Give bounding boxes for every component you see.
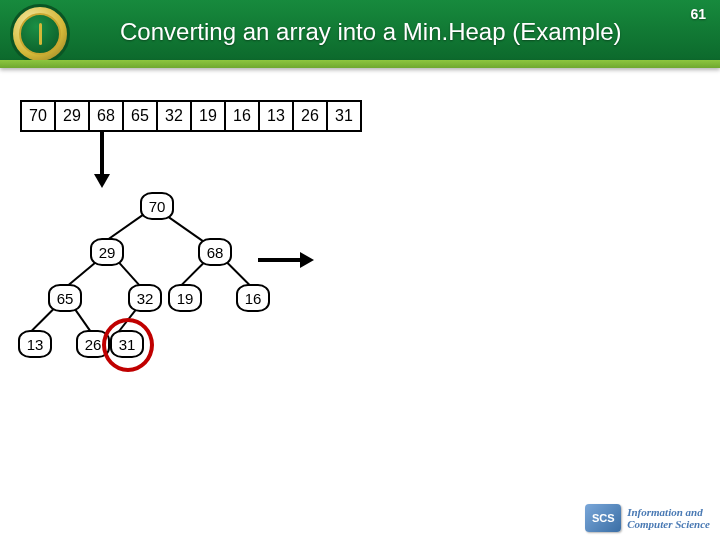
array-cell: 65 bbox=[124, 102, 158, 130]
slide-title: Converting an array into a Min.Heap (Exa… bbox=[120, 18, 622, 46]
array-cell: 68 bbox=[90, 102, 124, 130]
array-cell: 70 bbox=[22, 102, 56, 130]
array-cell: 26 bbox=[294, 102, 328, 130]
tree-node: 68 bbox=[198, 238, 232, 266]
tree-node-root: 70 bbox=[140, 192, 174, 220]
arrow-head-icon bbox=[94, 174, 110, 188]
tree-node: 13 bbox=[18, 330, 52, 358]
array-cell: 13 bbox=[260, 102, 294, 130]
logo-emblem bbox=[19, 13, 61, 55]
next-step-arrow bbox=[258, 258, 300, 262]
array-cell: 16 bbox=[226, 102, 260, 130]
dept-line-1: Information and bbox=[627, 506, 710, 518]
dept-line-2: Computer Science bbox=[627, 518, 710, 530]
array-cell: 32 bbox=[158, 102, 192, 130]
array-cell: 19 bbox=[192, 102, 226, 130]
scs-badge: SCS bbox=[585, 504, 621, 532]
arrow-shaft bbox=[258, 258, 300, 262]
tree-node: 19 bbox=[168, 284, 202, 312]
array-display: 70 29 68 65 32 19 16 13 26 31 bbox=[20, 100, 362, 132]
array-cell: 29 bbox=[56, 102, 90, 130]
array-cell: 31 bbox=[328, 102, 360, 130]
tree-node: 65 bbox=[48, 284, 82, 312]
header-accent-strip bbox=[0, 60, 720, 68]
slide-header: Converting an array into a Min.Heap (Exa… bbox=[0, 0, 720, 68]
tree-node: 32 bbox=[128, 284, 162, 312]
university-logo bbox=[10, 4, 70, 64]
department-name: Information and Computer Science bbox=[627, 506, 710, 530]
department-logo: SCS Information and Computer Science bbox=[585, 504, 710, 532]
slide-number: 61 bbox=[690, 6, 706, 22]
slide-content: 70 29 68 65 32 19 16 13 26 31 70 29 68 6… bbox=[0, 68, 720, 540]
current-node-highlight bbox=[102, 318, 154, 372]
tree-node: 29 bbox=[90, 238, 124, 266]
arrow-shaft bbox=[100, 132, 104, 174]
tree-node: 16 bbox=[236, 284, 270, 312]
array-to-tree-arrow bbox=[100, 132, 110, 188]
arrow-head-icon bbox=[300, 252, 314, 268]
